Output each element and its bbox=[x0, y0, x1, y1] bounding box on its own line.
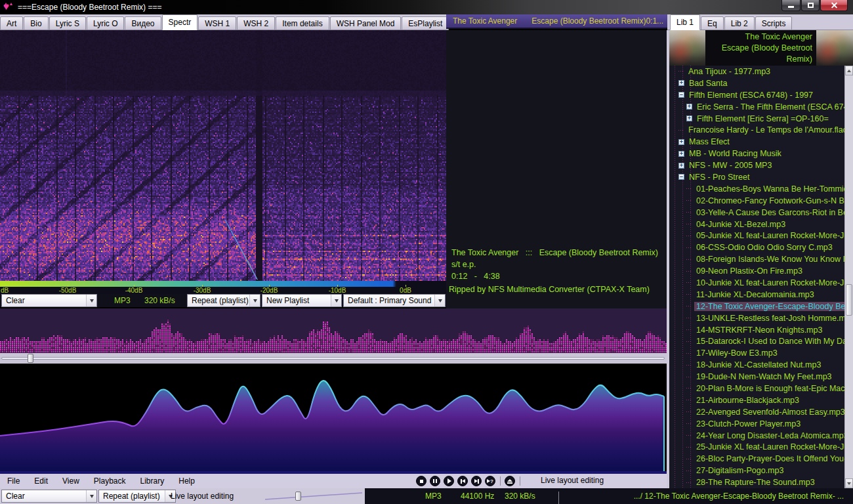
tree-item-28-the-rapture-the-sound-mp3[interactable]: 28-The Rapture-The Sound.mp3 bbox=[669, 476, 844, 488]
tree-item-27-digitalism-pogo-mp3[interactable]: 27-Digitalism-Pogo.mp3 bbox=[669, 465, 844, 476]
expand-plus-icon[interactable]: + bbox=[678, 80, 684, 86]
seek-bar[interactable] bbox=[0, 353, 667, 364]
tree-item-26-bloc-party-prayer-does-it-offend-you-y[interactable]: 26-Bloc Party-Prayer-Does It Offend You-… bbox=[669, 453, 844, 465]
tab-spectr[interactable]: Spectr bbox=[162, 14, 198, 30]
restore-button[interactable] bbox=[801, 0, 820, 11]
expand-plus-icon[interactable]: + bbox=[686, 116, 692, 121]
tree-item-label: 28-The Rapture-The Sound.mp3 bbox=[694, 478, 844, 487]
seek-thumb[interactable] bbox=[28, 354, 33, 363]
tab-wsh-2[interactable]: WSH 2 bbox=[237, 16, 275, 30]
play-button[interactable] bbox=[444, 476, 454, 486]
scrollbar-thumb[interactable] bbox=[846, 284, 852, 316]
previous-icon bbox=[461, 479, 465, 484]
playlist-dropdown[interactable]: New Playlist bbox=[262, 294, 342, 307]
tree-item-mb-world-racing-musik[interactable]: +MB - World Racing Musik bbox=[669, 148, 844, 159]
library-panel: The Toxic Avenger Escape (Bloody Beetroo… bbox=[669, 30, 853, 488]
tab-lib-2[interactable]: Lib 2 bbox=[724, 16, 755, 30]
bottom-repeat-dropdown[interactable]: Repeat (playlist) bbox=[98, 490, 176, 503]
tab-lib-1[interactable]: Lib 1 bbox=[670, 14, 700, 30]
tree-item-label: Eric Serra - The Fifth Element (ESCA 674… bbox=[695, 102, 844, 112]
tree-item-09-neon-plastix-on-fire-mp3[interactable]: 09-Neon Plastix-On Fire.mp3 bbox=[669, 265, 844, 277]
menu-view[interactable]: View bbox=[55, 476, 87, 486]
tree-item-mass-efect[interactable]: +Mass Efect bbox=[669, 136, 844, 148]
tab-bio[interactable]: Bio bbox=[24, 16, 48, 30]
volume-thumb[interactable] bbox=[295, 492, 301, 501]
tree-item-francoise-hardy-le-temps-de-l-amour-flac[interactable]: Francoise Hardy - Le Temps de l'Amour.fl… bbox=[669, 124, 844, 136]
tab-art[interactable]: Art bbox=[0, 16, 23, 30]
bottom-order-value: Clear bbox=[2, 492, 86, 501]
random-button[interactable]: ? bbox=[485, 476, 495, 486]
tree-item-08-foreign-islands-we-know-you-know-it[interactable]: 08-Foreign Islands-We Know You Know It. bbox=[669, 253, 844, 265]
tree-item-05-junkie-xl-feat-lauren-rocket-more-jun[interactable]: 05-Junkie XL feat-Lauren Rocket-More-Jun bbox=[669, 230, 844, 242]
menu-playback[interactable]: Playback bbox=[87, 476, 133, 486]
tree-item-22-avenged-sevenfold-almost-easy-mp3[interactable]: 22-Avenged Sevenfold-Almost Easy.mp3 bbox=[669, 406, 844, 418]
tree-item-25-junkie-xl-feat-lauren-rocket-more-jun[interactable]: 25-Junkie XL feat-Lauren Rocket-More-Jun bbox=[669, 442, 844, 453]
collapse-minus-icon[interactable]: − bbox=[678, 92, 684, 98]
tree-connector bbox=[686, 236, 692, 236]
tree-item-14-mstrkrft-neon-knights-mp3[interactable]: 14-MSTRKRFT-Neon Knights.mp3 bbox=[669, 324, 844, 336]
menu-help[interactable]: Help bbox=[171, 476, 202, 486]
volume-slider[interactable] bbox=[265, 490, 362, 503]
tree-item-nfs-mw-2005-mp3[interactable]: +NFS - MW - 2005 MP3 bbox=[669, 159, 844, 171]
previous-button[interactable] bbox=[457, 476, 468, 486]
tree-item-15-datarock-i-used-to-dance-with-my-dad[interactable]: 15-Datarock-I Used to Dance With My Dad bbox=[669, 335, 844, 347]
tab-item-details[interactable]: Item details bbox=[276, 16, 329, 30]
tree-item-ana-tijoux-1977-mp3[interactable]: Ana Tijoux - 1977.mp3 bbox=[669, 66, 844, 77]
tab-eq[interactable]: Eq bbox=[701, 16, 724, 30]
eject-button[interactable] bbox=[505, 476, 515, 486]
tree-item-18-junkie-xl-castellated-nut-mp3[interactable]: 18-Junkie XL-Castellated Nut.mp3 bbox=[669, 359, 844, 371]
tree-item-10-junkie-xl-feat-lauren-rocket-more-jun[interactable]: 10-Junkie XL feat-Lauren Rocket-More-Jun bbox=[669, 277, 844, 289]
playback-order-dropdown[interactable]: Clear bbox=[1, 294, 97, 307]
tree-item-23-clutch-power-player-mp3[interactable]: 23-Clutch-Power Player.mp3 bbox=[669, 418, 844, 430]
output-device-dropdown[interactable]: Default : Primary Sound bbox=[343, 294, 446, 307]
tree-item-eric-serra-the-fifth-element-esca-6748[interactable]: +Eric Serra - The Fifth Element (ESCA 67… bbox=[669, 101, 844, 113]
tree-item-02-chromeo-fancy-footwork-gun-s-n-bo[interactable]: 02-Chromeo-Fancy Footwork-Gun-s-N Bo bbox=[669, 195, 844, 207]
tab-lyric-o[interactable]: Lyric O bbox=[87, 16, 125, 30]
tree-item-fifth-element-esca-6748-1997[interactable]: −Fifth Element (ESCA 6748) - 1997 bbox=[669, 89, 844, 101]
scroll-down-button[interactable] bbox=[845, 478, 853, 488]
expand-plus-icon[interactable]: + bbox=[678, 163, 684, 169]
tab-lyric-s[interactable]: Lyric S bbox=[49, 16, 86, 30]
next-button[interactable] bbox=[471, 476, 482, 486]
menu-file[interactable]: File bbox=[0, 476, 27, 486]
scroll-up-button[interactable] bbox=[845, 66, 853, 75]
tab-scripts[interactable]: Scripts bbox=[755, 16, 793, 30]
tree-scrollbar[interactable] bbox=[844, 66, 853, 488]
tree-item-nfs-pro-street[interactable]: −NFS - Pro Street bbox=[669, 171, 844, 183]
collapse-minus-icon[interactable]: − bbox=[678, 174, 684, 180]
spectrogram-canvas bbox=[0, 30, 446, 281]
stop-button[interactable] bbox=[416, 476, 427, 486]
tree-item-04-junkie-xl-bezel-mp3[interactable]: 04-Junkie XL-Bezel.mp3 bbox=[669, 219, 844, 230]
tree-item-20-plan-b-more-is-enough-feat-epic-mac-m[interactable]: 20-Plan B-More is Enough feat-Epic Mac.m bbox=[669, 383, 844, 394]
tree-item-12-the-toxic-avenger-escape-bloody-beet[interactable]: 12-The Toxic Avenger-Escape-Bloody Beet bbox=[669, 301, 844, 312]
expand-plus-icon[interactable]: + bbox=[678, 139, 684, 145]
tab-wsh-1[interactable]: WSH 1 bbox=[198, 16, 236, 30]
tree-item-03-yelle-a-cause-des-garcons-riot-in-belg[interactable]: 03-Yelle-A Cause Des Garcons-Riot in Bel… bbox=[669, 207, 844, 219]
expand-plus-icon[interactable]: + bbox=[678, 151, 684, 157]
menu-edit[interactable]: Edit bbox=[27, 476, 55, 486]
tree-item-17-wiley-bow-e3-mp3[interactable]: 17-Wiley-Bow E3.mp3 bbox=[669, 347, 844, 359]
menu-library[interactable]: Library bbox=[133, 476, 172, 486]
tree-item-bad-santa[interactable]: +Bad Santa bbox=[669, 77, 844, 89]
repeat-mode-dropdown[interactable]: Repeat (playlist) bbox=[187, 294, 260, 307]
tree-item-label: 23-Clutch-Power Player.mp3 bbox=[694, 419, 844, 429]
close-button[interactable] bbox=[820, 0, 848, 11]
pause-button[interactable] bbox=[430, 476, 440, 486]
minimize-button[interactable] bbox=[781, 0, 801, 11]
tree-item-fifth-element-eric-serra-op-160[interactable]: +Fifth Element [Eric Serra] =OP-160= bbox=[669, 113, 844, 125]
seek-track[interactable] bbox=[1, 357, 665, 360]
tree-item-13-unkle-restless-feat-josh-homme-mp3[interactable]: 13-UNKLE-Restless feat-Josh Homme.mp3 bbox=[669, 312, 844, 324]
tab-esplaylist[interactable]: EsPlaylist bbox=[402, 16, 449, 30]
tree-item-06-css-odio-odio-odio-sorry-c-mp3[interactable]: 06-CSS-Odio Odio Odio Sorry C.mp3 bbox=[669, 242, 844, 253]
volume-slider-track bbox=[265, 490, 362, 503]
tab-wsh-panel-mod[interactable]: WSH Panel Mod bbox=[330, 16, 402, 30]
tree-item-01-peaches-boys-wanna-be-her-tommie[interactable]: 01-Peaches-Boys Wanna Be Her-Tommie bbox=[669, 183, 844, 195]
tree-item-19-dude-n-nem-watch-my-feet-mp3[interactable]: 19-Dude-N Nem-Watch My Feet.mp3 bbox=[669, 371, 844, 383]
bottom-order-dropdown[interactable]: Clear bbox=[1, 490, 97, 503]
play-icon bbox=[447, 478, 451, 484]
expand-plus-icon[interactable]: + bbox=[686, 104, 692, 110]
tree-item-24-year-long-disaster-leda-atomica-mp3[interactable]: 24-Year Long Disaster-Leda Atomica.mp3 bbox=[669, 430, 844, 442]
tab-видео[interactable]: Видео bbox=[125, 16, 161, 30]
tree-item-21-airbourne-blackjack-mp3[interactable]: 21-Airbourne-Blackjack.mp3 bbox=[669, 394, 844, 406]
tree-item-11-junkie-xl-decalomainia-mp3[interactable]: 11-Junkie XL-Decalomainia.mp3 bbox=[669, 289, 844, 301]
